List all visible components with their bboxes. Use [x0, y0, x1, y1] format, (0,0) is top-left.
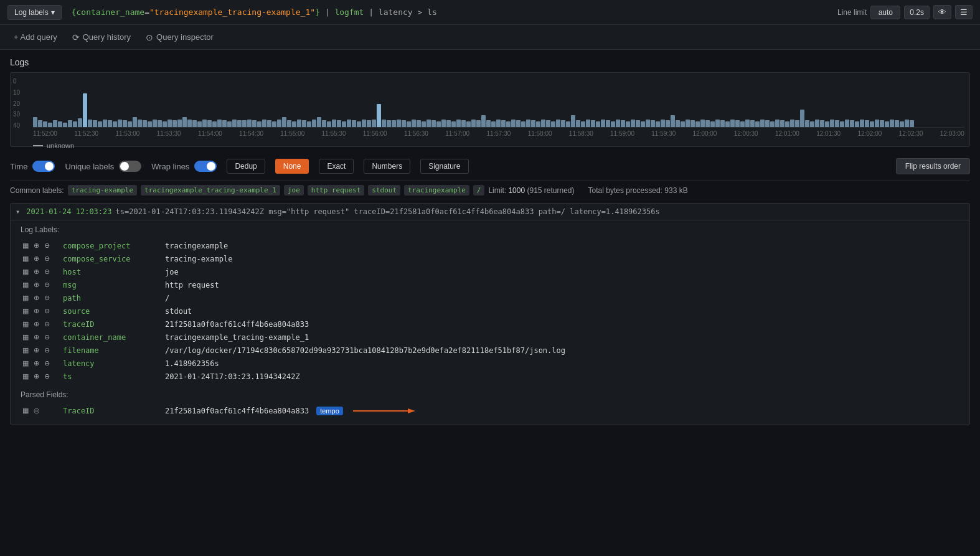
settings-icon-button[interactable]: ☰	[955, 5, 973, 19]
chart-bar	[835, 120, 839, 127]
zoom-out-icon[interactable]: ⊖	[42, 319, 52, 329]
wrap-lines-toggle[interactable]	[194, 161, 217, 172]
zoom-out-icon[interactable]: ⊖	[42, 359, 52, 368]
zoom-in-icon[interactable]: ⊕	[32, 359, 41, 368]
time-toggle-label: Time	[10, 162, 27, 171]
bytes-label: Total bytes processed:	[588, 186, 662, 195]
label-val-0: tracingexample	[165, 242, 228, 250]
history-icon: ⟳	[72, 32, 80, 42]
filter-exact-button[interactable]: Exact	[319, 159, 354, 174]
bar-chart-icon[interactable]: ▦	[21, 241, 31, 250]
tempo-tag[interactable]: tempo	[316, 407, 343, 415]
bar-chart-icon[interactable]: ▦	[21, 306, 31, 316]
chart-bar	[581, 121, 585, 127]
wrap-lines-toggle-group: Wrap lines	[151, 161, 217, 172]
flip-results-button[interactable]: Flip results order	[896, 158, 970, 174]
common-label-tag-3[interactable]: http request	[308, 185, 364, 196]
chart-bar	[900, 121, 904, 127]
log-entry-header[interactable]: ▾ 2021-01-24 12:03:23 ts=2021-01-24T17:0…	[11, 204, 969, 220]
chart-bar	[526, 120, 530, 128]
zoom-in-icon[interactable]: ⊕	[32, 306, 41, 316]
expand-chevron-icon[interactable]: ▾	[16, 207, 20, 216]
logs-title: Logs	[10, 57, 970, 67]
bar-chart-icon[interactable]: ▦	[21, 280, 31, 290]
common-label-tag-5[interactable]: tracingexample	[404, 185, 469, 196]
chart-bar	[845, 120, 849, 128]
log-labels-button[interactable]: Log labels ▾	[7, 5, 62, 20]
chart-bar	[402, 120, 406, 127]
chart-bar	[486, 120, 491, 127]
query-history-button[interactable]: ⟳ Query history	[66, 30, 137, 45]
zoom-in-icon[interactable]: ⊕	[32, 346, 41, 355]
parsed-field-row: ▦ ◎ TraceID 21f2581a0f0acf61c4ff4b6ea804…	[21, 404, 959, 417]
chart-bar	[531, 120, 535, 127]
common-label-tag-6[interactable]: /	[473, 185, 485, 196]
bar-chart-icon[interactable]: ▦	[21, 359, 31, 368]
bar-chart-icon[interactable]: ▦	[21, 293, 31, 303]
filter-numbers-button[interactable]: Numbers	[364, 159, 410, 174]
chart-bar	[202, 120, 207, 128]
eye-icon-button[interactable]: 👁	[933, 5, 951, 19]
dedup-button[interactable]: Dedup	[227, 159, 265, 174]
zoom-in-icon[interactable]: ⊕	[32, 254, 41, 263]
unique-labels-toggle[interactable]	[119, 161, 141, 172]
bar-chart-icon[interactable]: ▦	[21, 267, 31, 276]
chart-bar	[217, 120, 222, 128]
add-query-button[interactable]: + Add query	[7, 30, 64, 44]
chart-bar	[352, 120, 356, 127]
chart-bar	[436, 121, 441, 127]
label-val-8: /var/log/docker/17194c830c658702d99a9327…	[165, 346, 565, 355]
chart-bar	[287, 120, 291, 127]
bar-chart-icon[interactable]: ▦	[21, 372, 31, 381]
common-label-tag-0[interactable]: tracing-example	[68, 185, 137, 196]
chart-bar	[297, 120, 301, 128]
line-limit-value[interactable]: auto	[870, 6, 900, 19]
zoom-in-icon[interactable]: ⊕	[32, 241, 41, 250]
chart-bar	[576, 120, 580, 127]
zoom-out-icon[interactable]: ⊖	[42, 346, 52, 355]
zoom-out-icon[interactable]: ⊖	[42, 280, 52, 290]
zoom-out-icon[interactable]: ⊖	[42, 306, 52, 316]
zoom-in-icon[interactable]: ⊕	[32, 293, 41, 303]
chart-bar	[546, 120, 550, 127]
chart-bar	[43, 121, 47, 127]
common-label-tag-2[interactable]: joe	[284, 185, 304, 196]
chart-legend: unknown	[16, 139, 964, 152]
chart-bar	[227, 121, 232, 127]
chart-bar	[840, 121, 844, 127]
common-label-tag-1[interactable]: tracingexample_tracing-example_1	[141, 185, 280, 196]
bar-chart-icon[interactable]: ▦	[21, 332, 31, 342]
bar-chart-icon[interactable]: ▦	[21, 346, 31, 355]
chart-bar	[641, 121, 645, 127]
arrow-annotation	[353, 407, 415, 415]
zoom-out-icon[interactable]: ⊖	[42, 372, 52, 381]
bar-chart-icon[interactable]: ▦	[21, 254, 31, 263]
chart-bar	[212, 121, 217, 127]
bar-chart-icon[interactable]: ▦	[21, 319, 31, 329]
zoom-in-icon[interactable]: ⊕	[32, 332, 41, 342]
top-bar: Log labels ▾ {container_name="tracingexa…	[0, 0, 980, 25]
zoom-out-icon[interactable]: ⊖	[42, 332, 52, 342]
zoom-out-icon[interactable]: ⊖	[42, 267, 52, 276]
zoom-out-icon[interactable]: ⊖	[42, 254, 52, 263]
label-key-4: path	[63, 294, 163, 303]
query-inspector-button[interactable]: ⊙ Query inspector	[139, 30, 220, 45]
zoom-in-icon[interactable]: ⊕	[32, 267, 41, 276]
time-toggle[interactable]	[32, 161, 55, 172]
filter-none-button[interactable]: None	[275, 159, 309, 174]
bytes-value: 933 kB	[664, 186, 687, 195]
zoom-in-icon[interactable]: ⊕	[32, 280, 41, 290]
chart-bar	[671, 115, 675, 128]
common-label-tag-4[interactable]: stdout	[368, 185, 400, 196]
zoom-out-icon[interactable]: ⊖	[42, 293, 52, 303]
zoom-in-icon[interactable]: ⊕	[32, 372, 41, 381]
chart-bar	[616, 120, 620, 128]
zoom-in-icon[interactable]: ⊕	[32, 319, 41, 329]
bar-chart-icon[interactable]: ▦	[21, 406, 31, 415]
label-row-icons: ▦ ⊕ ⊖	[21, 372, 60, 381]
chart-bar	[710, 121, 715, 127]
eye-icon[interactable]: ◎	[32, 406, 42, 415]
label-val-2: joe	[165, 268, 179, 276]
zoom-out-icon[interactable]: ⊖	[42, 241, 52, 250]
filter-signature-button[interactable]: Signature	[420, 159, 468, 174]
